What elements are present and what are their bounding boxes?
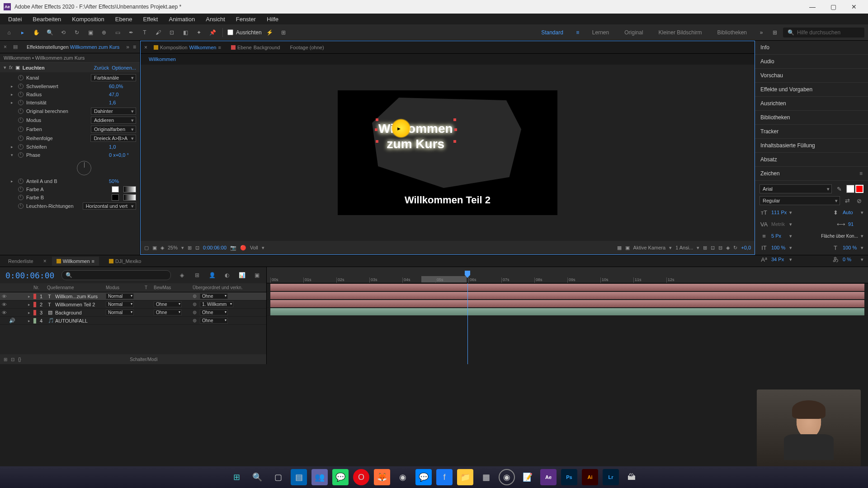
parent-dropdown[interactable]: 1. Willkomm [200, 301, 233, 307]
font-family-dropdown[interactable]: Arial [760, 184, 832, 193]
reset-workspace-icon[interactable]: ⊞ [769, 27, 780, 38]
menu-hilfe[interactable]: Hilfe [262, 15, 283, 23]
panel-effekte[interactable]: Effekte und Vorgaben [755, 83, 868, 97]
brackets-icon[interactable]: {} [18, 357, 21, 362]
panbehind-tool-icon[interactable]: ⊕ [99, 27, 109, 38]
comp-tab-ebene[interactable]: Ebene Background [227, 43, 284, 52]
clone-tool-icon[interactable]: ⊡ [166, 27, 177, 38]
menu-bearbeiten[interactable]: Bearbeiten [28, 15, 66, 23]
project-tab-icon[interactable]: ▤ [10, 42, 20, 52]
folder-icon[interactable]: 📁 [457, 469, 473, 485]
text-tool-icon[interactable]: T [139, 27, 150, 38]
current-timecode[interactable]: 0:00:06:00 [5, 271, 54, 280]
selection-handle[interactable] [375, 128, 377, 131]
visibility-icon[interactable]: 👁 [2, 302, 7, 307]
graph-icon[interactable]: 📊 [238, 271, 246, 280]
zoom-value[interactable]: 25% [168, 245, 178, 250]
blur-icon[interactable]: ◐ [223, 271, 231, 280]
expand-icon[interactable]: ▸ [28, 310, 30, 315]
snapshot-icon[interactable]: 📷 [230, 245, 236, 251]
shy-icon[interactable]: 👤 [208, 271, 216, 280]
parent-dropdown[interactable]: Ohne [200, 293, 228, 299]
stopwatch-icon[interactable] [18, 136, 24, 141]
teams-icon[interactable]: 👥 [311, 469, 328, 485]
hscale-value[interactable]: 100 % [843, 245, 858, 250]
puppet-tool-icon[interactable]: 📌 [207, 27, 218, 38]
menu-effekt[interactable]: Effekt [138, 15, 162, 23]
firefox-icon[interactable]: 🦊 [374, 469, 390, 485]
effect-reset-link[interactable]: Zurück [94, 65, 109, 70]
grid-icon[interactable]: ⊡ [195, 245, 199, 251]
selection-handle[interactable] [453, 118, 456, 121]
workarea-bar[interactable] [421, 276, 467, 282]
photoshop-icon[interactable]: Ps [561, 469, 577, 485]
brush-tool-icon[interactable]: 🖌 [153, 27, 164, 38]
stopwatch-icon[interactable] [18, 75, 24, 80]
transparency-icon[interactable]: ▦ [617, 245, 622, 251]
color-a-gradient[interactable] [123, 186, 136, 192]
timeline-track[interactable] [267, 283, 868, 291]
panel-vorschau[interactable]: Vorschau [755, 69, 868, 83]
angle-dial[interactable] [77, 161, 91, 175]
shape-tool-icon[interactable]: ▭ [112, 27, 123, 38]
prop-original-value[interactable]: Dahinter [91, 108, 136, 115]
comp-tab-footage[interactable]: Footage (ohne) [286, 43, 327, 52]
stopwatch-icon[interactable] [18, 203, 24, 209]
home-icon[interactable]: ⌂ [4, 27, 14, 38]
expand-icon[interactable]: ▸ [11, 100, 15, 105]
stopwatch-icon[interactable] [18, 152, 24, 158]
prop-anteil-value[interactable]: 50% [109, 178, 136, 184]
timeline-search[interactable]: 🔍 [61, 270, 171, 280]
facebook-icon[interactable]: f [436, 469, 453, 485]
workspace-standard[interactable]: Standard [535, 29, 570, 36]
tracking-value[interactable]: 91 [848, 221, 863, 227]
panel-menu-icon[interactable]: ≡ [133, 44, 136, 50]
app-icon[interactable]: 🏔 [623, 469, 640, 485]
layer-color-tag[interactable] [33, 294, 36, 299]
switches-label[interactable]: Schalter/Modi [25, 357, 263, 362]
comp-mini-flowchart-icon[interactable]: ◈ [178, 271, 186, 280]
menu-komposition[interactable]: Komposition [67, 15, 109, 23]
prop-phase-value[interactable]: 0 x+0,0 ° [109, 152, 136, 158]
swap-colors-icon[interactable]: ⇄ [843, 196, 852, 205]
visibility-icon[interactable]: 👁 [2, 294, 7, 299]
selection-handle[interactable] [376, 118, 378, 121]
viewer-timecode[interactable]: 0:00:06:00 [203, 245, 226, 250]
blend-mode-dropdown[interactable]: Normal [106, 293, 134, 299]
trackmat-dropdown[interactable]: Ohne [154, 301, 182, 307]
color-b-gradient[interactable] [123, 194, 136, 201]
pen-tool-icon[interactable]: ✒ [126, 27, 137, 38]
menu-ansicht[interactable]: Ansicht [201, 15, 230, 23]
tab-willkommen[interactable]: Willkommen ≡ [52, 257, 99, 266]
panel-tracker[interactable]: Tracker [755, 125, 868, 139]
text-layer-2[interactable]: Willkommen Teil 2 [338, 194, 557, 206]
menu-datei[interactable]: Datei [4, 15, 26, 23]
font-style-dropdown[interactable]: Regular [760, 196, 840, 205]
rotate-tool-icon[interactable]: ↻ [71, 27, 82, 38]
motion-icon[interactable]: ▣ [253, 271, 261, 280]
exposure-value[interactable]: +0,0 [741, 245, 751, 250]
panel-info[interactable]: Info [755, 41, 868, 55]
res-icon[interactable]: ⊞ [188, 245, 192, 251]
messenger-icon[interactable]: 💬 [415, 469, 432, 485]
parent-pickwhip-icon[interactable]: ⊚ [193, 301, 197, 307]
panel-zeichen[interactable]: Zeichen≡ [755, 167, 868, 181]
layer-bar[interactable] [270, 308, 864, 315]
mask-icon[interactable]: ▣ [152, 245, 157, 251]
snapping-options-icon[interactable]: ⊞ [278, 27, 289, 38]
workspace-overflow-icon[interactable]: » [756, 27, 767, 38]
notepad-icon[interactable]: 📝 [519, 469, 536, 485]
prop-schleifen-value[interactable]: 1,0 [109, 144, 136, 150]
views-dropdown[interactable]: 1 Ansi... [675, 245, 693, 250]
effect-collapse-icon[interactable]: ▾ [4, 65, 6, 70]
tab-renderliste[interactable]: Renderliste [4, 257, 38, 266]
stopwatch-icon[interactable] [18, 100, 24, 105]
layer-color-tag[interactable] [33, 310, 36, 315]
selection-handle[interactable] [454, 128, 457, 131]
visibility-icon[interactable]: 👁 [2, 310, 7, 315]
search-icon[interactable]: 🔍 [249, 469, 265, 485]
toggle-switches-icon[interactable]: ⊞ [4, 357, 7, 362]
layer-bar[interactable] [270, 284, 864, 291]
mag-icon[interactable]: ▢ [144, 245, 149, 251]
menu-animation[interactable]: Animation [164, 15, 199, 23]
